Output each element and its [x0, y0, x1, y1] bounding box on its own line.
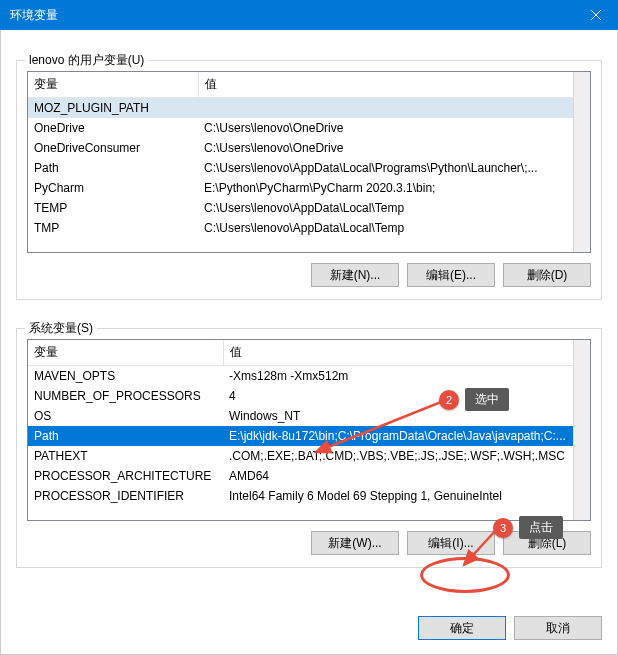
table-row[interactable]: TEMPC:\Users\lenovo\AppData\Local\Temp — [28, 198, 590, 218]
dialog-content: lenovo 的用户变量(U) 变量 值 MOZ_PLUGIN_PATH One… — [0, 30, 618, 655]
user-vars-group: lenovo 的用户变量(U) 变量 值 MOZ_PLUGIN_PATH One… — [16, 60, 602, 300]
ok-button[interactable]: 确定 — [418, 616, 506, 640]
table-row[interactable]: NUMBER_OF_PROCESSORS4 — [28, 386, 590, 406]
cancel-button[interactable]: 取消 — [514, 616, 602, 640]
sys-vars-label: 系统变量(S) — [25, 320, 97, 337]
close-button[interactable] — [573, 0, 618, 30]
table-row[interactable]: PyCharmE:\Python\PyCharm\PyCharm 2020.3.… — [28, 178, 590, 198]
table-row[interactable]: PATHEXT.COM;.EXE;.BAT;.CMD;.VBS;.VBE;.JS… — [28, 446, 590, 466]
table-row[interactable]: OneDriveC:\Users\lenovo\OneDrive — [28, 118, 590, 138]
table-row[interactable]: MAVEN_OPTS-Xms128m -Xmx512m — [28, 366, 590, 387]
table-row[interactable]: MOZ_PLUGIN_PATH — [28, 98, 590, 119]
sys-vars-group: 系统变量(S) 变量 值 MAVEN_OPTS-Xms128m -Xmx512m… — [16, 328, 602, 568]
sys-new-button[interactable]: 新建(W)... — [311, 531, 399, 555]
table-row[interactable]: OneDriveConsumerC:\Users\lenovo\OneDrive — [28, 138, 590, 158]
col-var[interactable]: 变量 — [28, 340, 223, 366]
close-icon — [591, 10, 601, 20]
window-title: 环境变量 — [10, 7, 58, 24]
table-row[interactable]: TMPC:\Users\lenovo\AppData\Local\Temp — [28, 218, 590, 238]
table-row[interactable]: OSWindows_NT — [28, 406, 590, 426]
col-val[interactable]: 值 — [198, 72, 590, 98]
sys-delete-button[interactable]: 删除(L) — [503, 531, 591, 555]
sys-vars-table-wrap[interactable]: 变量 值 MAVEN_OPTS-Xms128m -Xmx512m NUMBER_… — [27, 339, 591, 521]
table-row-selected[interactable]: PathE:\jdk\jdk-8u172\bin;C:\ProgramData\… — [28, 426, 590, 446]
user-new-button[interactable]: 新建(N)... — [311, 263, 399, 287]
table-row[interactable]: PROCESSOR_ARCHITECTUREAMD64 — [28, 466, 590, 486]
title-bar: 环境变量 — [0, 0, 618, 30]
scrollbar[interactable] — [573, 72, 590, 252]
scrollbar[interactable] — [573, 340, 590, 520]
sys-edit-button[interactable]: 编辑(I)... — [407, 531, 495, 555]
user-vars-label: lenovo 的用户变量(U) — [25, 52, 148, 69]
sys-vars-table: 变量 值 MAVEN_OPTS-Xms128m -Xmx512m NUMBER_… — [28, 340, 590, 506]
col-var[interactable]: 变量 — [28, 72, 198, 98]
sys-vars-buttons: 新建(W)... 编辑(I)... 删除(L) — [27, 531, 591, 555]
user-vars-table: 变量 值 MOZ_PLUGIN_PATH OneDriveC:\Users\le… — [28, 72, 590, 238]
table-row[interactable]: PathC:\Users\lenovo\AppData\Local\Progra… — [28, 158, 590, 178]
col-val[interactable]: 值 — [223, 340, 590, 366]
dialog-footer: 确定 取消 — [418, 616, 602, 640]
table-row[interactable]: PROCESSOR_IDENTIFIERIntel64 Family 6 Mod… — [28, 486, 590, 506]
user-edit-button[interactable]: 编辑(E)... — [407, 263, 495, 287]
user-delete-button[interactable]: 删除(D) — [503, 263, 591, 287]
user-vars-buttons: 新建(N)... 编辑(E)... 删除(D) — [27, 263, 591, 287]
user-vars-table-wrap[interactable]: 变量 值 MOZ_PLUGIN_PATH OneDriveC:\Users\le… — [27, 71, 591, 253]
